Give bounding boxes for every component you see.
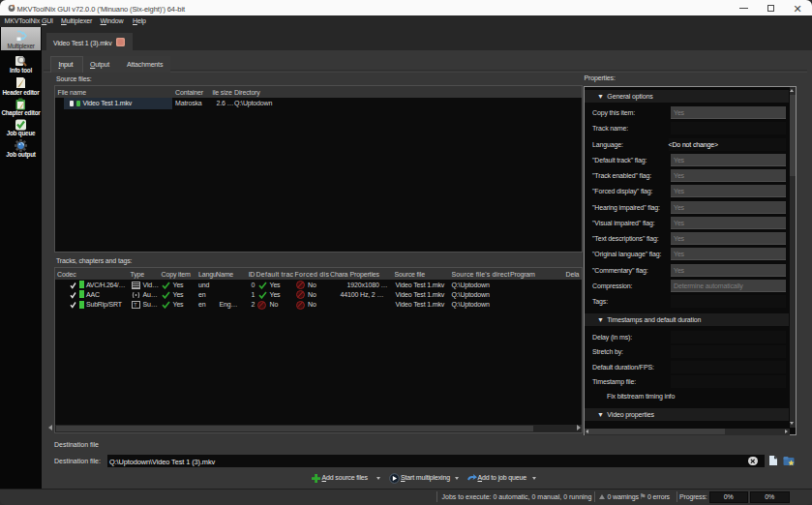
svg-text:T: T	[134, 302, 137, 308]
